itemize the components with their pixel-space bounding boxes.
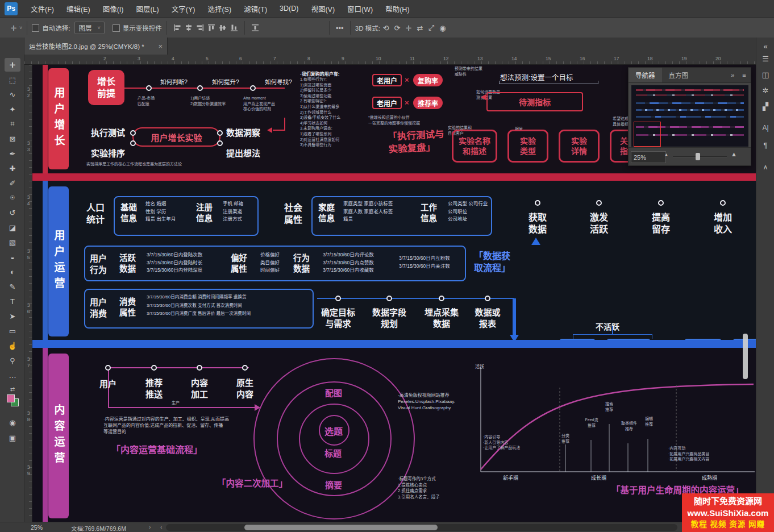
menu-type[interactable]: 文字(Y) — [165, 3, 202, 14]
3d-zoom-icon[interactable]: ⤢ — [426, 22, 437, 34]
photoshop-logo-icon[interactable]: Ps — [5, 2, 18, 15]
align-center-h-icon[interactable] — [183, 22, 194, 34]
frame-tool[interactable]: ⊠ — [5, 132, 20, 146]
tab-histogram[interactable]: 直方图 — [662, 68, 696, 82]
ruler-number: 36 — [26, 302, 31, 315]
vertical-scrollbar[interactable] — [743, 334, 748, 379]
move-tool-option-icon[interactable]: ✛ — [8, 22, 19, 34]
menu-help[interactable]: 帮助(H) — [379, 3, 415, 14]
poster-userops-section: 用户运营 人口 统计 基础 信息 姓名 婚姻 性别 学历 籍贯 出生年月 注册 … — [32, 181, 756, 340]
navigator-zoom-input[interactable] — [631, 151, 666, 163]
rectangular-marquee-tool[interactable]: ⬚ — [5, 73, 20, 86]
quick-selection-tool[interactable]: ✦ — [5, 102, 20, 116]
cattr-items: 3/7/15/30/60日内消费金额 消费时间间隔频率 退换货 3/7/15/3… — [147, 293, 317, 318]
status-arrow-left-icon[interactable]: ‹ — [160, 523, 163, 530]
align-left-icon[interactable] — [172, 22, 183, 34]
move-tool[interactable]: ✛ — [5, 58, 20, 72]
active-title: 活跃 数据 — [119, 253, 136, 275]
goal-bracket — [499, 81, 598, 84]
healing-brush-tool[interactable]: ✚ — [5, 161, 20, 175]
3d-roll-icon[interactable]: ⟳ — [392, 22, 403, 34]
horizontal-scrollbar-thumb[interactable] — [244, 525, 438, 530]
menu-select[interactable]: 选择(S) — [201, 3, 238, 14]
auto-select-checkbox[interactable] — [32, 24, 39, 32]
cattr-title: 消费 属性 — [119, 297, 136, 318]
phase-growth: 成长期 — [591, 474, 606, 481]
dodge-tool[interactable]: ◐ — [5, 265, 20, 279]
paragraph-panel-icon[interactable]: ¶ — [756, 138, 774, 152]
gradient-tool[interactable]: ▧ — [5, 235, 20, 249]
3d-slide-icon[interactable]: ⇄ — [414, 22, 426, 34]
menu-layer[interactable]: 图层(L) — [130, 3, 165, 14]
color-swatches[interactable] — [7, 394, 19, 407]
3d-pan-icon[interactable]: ✛ — [403, 22, 414, 34]
growth-sort-note: 实验排序是工作的核心工作流程也是最为底层的方法论 — [86, 161, 182, 167]
navigator-zoom-handle[interactable] — [696, 153, 700, 160]
character-panel-icon[interactable]: A| — [756, 120, 774, 135]
clone-stamp-tool[interactable]: ⍟ — [5, 191, 20, 205]
document-tab[interactable]: 运营技能地图2.0.jpg @ 25%(CMYK/8) * × — [24, 38, 168, 55]
align-top-icon[interactable] — [206, 22, 217, 34]
align-bottom-icon[interactable] — [228, 22, 240, 34]
character-styles-panel-icon[interactable]: ᴀ — [756, 159, 774, 174]
status-zoom[interactable]: 25% — [31, 524, 43, 531]
path-selection-tool[interactable]: ➤ — [5, 309, 20, 323]
quick-mask-icon[interactable]: ◉ — [5, 415, 20, 429]
histogram-panel-icon[interactable]: ▞ — [756, 99, 774, 114]
ruler-number: 18 — [647, 56, 652, 61]
navigator-panel: 导航器 直方图 » ≡ ▲ ▲ — [628, 67, 751, 166]
menu-view[interactable]: 视图(V) — [305, 3, 341, 14]
show-transform-checkbox[interactable] — [113, 24, 120, 32]
menu-file[interactable]: 文件(F) — [24, 3, 60, 14]
rec-label-category: 分类 推荐 — [556, 433, 575, 444]
3d-rotate-icon[interactable]: ⟲ — [380, 22, 392, 34]
hand-tool[interactable]: ☝ — [5, 339, 20, 352]
more-options-icon[interactable]: ••• — [334, 22, 346, 34]
flow-node — [130, 130, 136, 136]
menu-window[interactable]: 窗口(W) — [341, 3, 379, 14]
menu-filter[interactable]: 滤镜(T) — [238, 3, 273, 14]
close-tab-icon[interactable]: × — [158, 42, 163, 51]
screen-mode-icon[interactable]: ▣ — [5, 431, 20, 444]
menu-3d[interactable]: 3D(D) — [273, 5, 305, 13]
lasso-tool[interactable]: ∿ — [5, 88, 20, 101]
menu-image[interactable]: 图像(I) — [97, 3, 130, 14]
navigator-thumbnail[interactable] — [631, 85, 748, 147]
brush-tool[interactable]: ✐ — [5, 176, 20, 190]
flow-node — [217, 130, 223, 136]
vertical-ruler[interactable]: 32 33 34 35 36 37 38 39 — [24, 65, 32, 522]
repurchase-pill: 复购率 — [413, 74, 443, 86]
shape-tool[interactable]: ▭ — [5, 324, 20, 338]
swap-colors-icon[interactable]: ⇄ — [5, 382, 20, 396]
status-doc-info: 文档:769.6M/769.6M — [71, 524, 126, 532]
tab-navigator[interactable]: 导航器 — [629, 68, 662, 82]
type-tool[interactable]: T — [5, 294, 20, 308]
foreground-color-swatch[interactable] — [7, 394, 15, 402]
status-arrow-right-icon[interactable]: › — [149, 523, 151, 530]
auto-select-target-dropdown[interactable]: 图层 ˅ — [74, 22, 104, 34]
pen-tool[interactable]: ✎ — [5, 280, 20, 293]
align-center-v-icon[interactable] — [217, 22, 228, 34]
zoom-out-icon[interactable]: ▲ — [664, 152, 668, 156]
navigator-panel-icon[interactable]: ✲ — [756, 83, 774, 98]
eraser-tool[interactable]: ◪ — [5, 221, 20, 234]
3d-camera-icon[interactable]: ◉ — [437, 22, 448, 34]
menu-edit[interactable]: 编辑(E) — [60, 3, 97, 14]
align-right-icon[interactable] — [194, 22, 206, 34]
eyedropper-tool[interactable]: ✒ — [5, 147, 20, 160]
zoom-in-icon[interactable]: ▲ — [731, 151, 737, 157]
horizontal-scrollbar[interactable] — [166, 524, 677, 531]
panel-menu-icon[interactable]: ≡ — [738, 72, 751, 78]
properties-panel-icon[interactable]: ☰ — [756, 51, 774, 66]
zoom-tool[interactable]: ⚲ — [5, 354, 20, 367]
panel-expand-icon[interactable]: » — [727, 72, 738, 78]
history-brush-tool[interactable]: ↺ — [5, 206, 20, 219]
crop-tool[interactable]: ⌗ — [5, 117, 20, 131]
adjustments-panel-icon[interactable]: ◫ — [756, 67, 774, 82]
navigator-viewbox[interactable] — [634, 122, 661, 147]
blur-tool[interactable]: ◒ — [5, 250, 20, 264]
document-tab-bar: » 运营技能地图2.0.jpg @ 25%(CMYK/8) * × — [0, 38, 774, 55]
distribute-icon[interactable] — [249, 22, 261, 34]
chevron-down-icon[interactable]: ˅ — [19, 25, 22, 31]
horizontal-ruler[interactable]: 2 3 4 5 6 7 8 9 10 11 12 13 14 15 16 17 … — [24, 55, 756, 65]
